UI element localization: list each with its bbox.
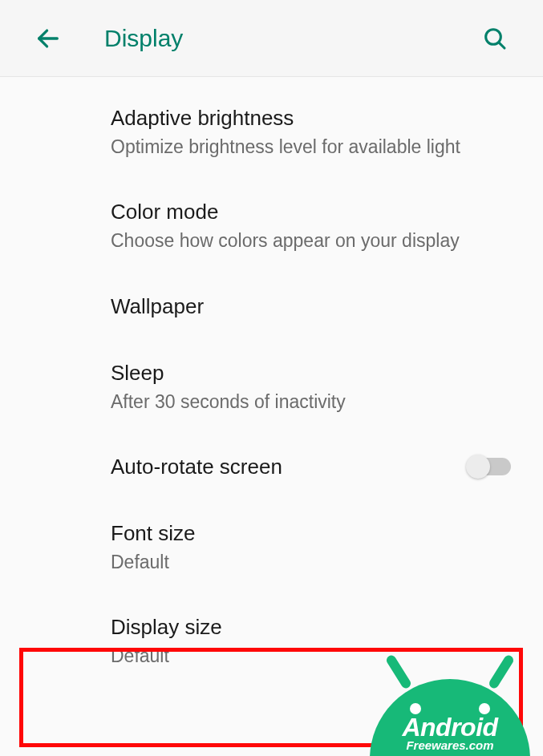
settings-list: Adaptive brightness Optimize brightness … bbox=[0, 77, 543, 689]
setting-text: Wallpaper bbox=[111, 293, 511, 321]
setting-wallpaper[interactable]: Wallpaper bbox=[0, 273, 543, 340]
setting-font-size[interactable]: Font size Default bbox=[0, 500, 543, 594]
setting-title: Wallpaper bbox=[111, 293, 511, 321]
page-title: Display bbox=[104, 25, 183, 52]
setting-text: Auto-rotate screen bbox=[111, 453, 452, 481]
app-bar: Display bbox=[0, 0, 543, 77]
setting-title: Auto-rotate screen bbox=[111, 453, 452, 481]
setting-text: Sleep After 30 seconds of inactivity bbox=[111, 359, 511, 414]
setting-title: Font size bbox=[111, 519, 511, 548]
search-icon bbox=[482, 26, 508, 51]
back-button[interactable] bbox=[30, 21, 66, 56]
android-eye-icon bbox=[479, 703, 490, 714]
setting-text: Display size Default bbox=[111, 613, 511, 669]
setting-title: Adaptive brightness bbox=[111, 104, 511, 132]
setting-sleep[interactable]: Sleep After 30 seconds of inactivity bbox=[0, 340, 543, 434]
setting-adaptive-brightness[interactable]: Adaptive brightness Optimize brightness … bbox=[0, 85, 543, 179]
back-arrow-icon bbox=[34, 25, 62, 52]
setting-color-mode[interactable]: Color mode Choose how colors appear on y… bbox=[0, 179, 543, 273]
setting-title: Display size bbox=[111, 613, 511, 641]
setting-subtitle: Optimize brightness level for available … bbox=[111, 134, 511, 160]
auto-rotate-toggle[interactable] bbox=[468, 458, 511, 475]
logo-text-sub: Freewares.com bbox=[370, 738, 530, 752]
setting-subtitle: Default bbox=[111, 643, 511, 669]
setting-subtitle: Default bbox=[111, 549, 511, 575]
setting-title: Sleep bbox=[111, 359, 511, 387]
setting-text: Adaptive brightness Optimize brightness … bbox=[111, 104, 511, 160]
android-eye-icon bbox=[410, 703, 421, 714]
logo-text-main: Android bbox=[370, 713, 530, 742]
setting-display-size[interactable]: Display size Default bbox=[0, 594, 543, 688]
android-head-icon: Android Freewares.com bbox=[370, 679, 530, 756]
setting-text: Font size Default bbox=[111, 519, 511, 575]
setting-auto-rotate[interactable]: Auto-rotate screen bbox=[0, 434, 543, 500]
search-button[interactable] bbox=[477, 21, 513, 56]
setting-subtitle: Choose how colors appear on your display bbox=[111, 228, 511, 253]
setting-subtitle: After 30 seconds of inactivity bbox=[111, 389, 511, 414]
svg-line-2 bbox=[499, 42, 505, 48]
toggle-thumb bbox=[466, 455, 490, 479]
setting-title: Color mode bbox=[111, 198, 511, 226]
setting-text: Color mode Choose how colors appear on y… bbox=[111, 198, 511, 253]
